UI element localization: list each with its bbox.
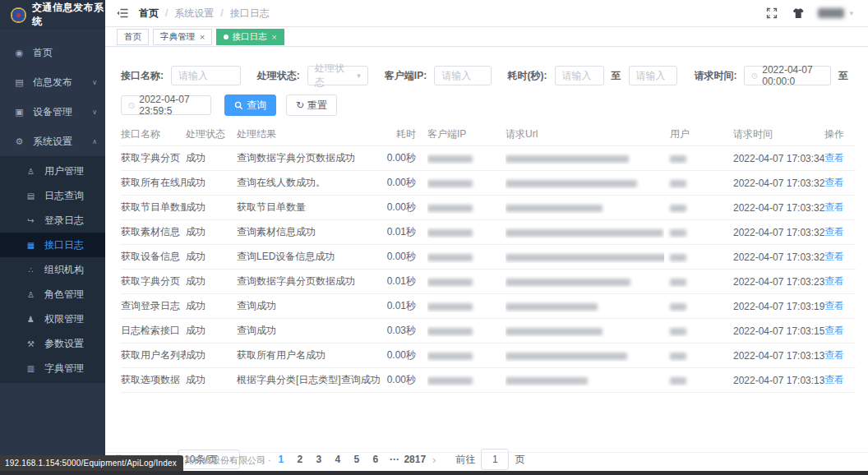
sidebar-subitem-0[interactable]: ♙用户管理 [0,159,105,183]
client-ip-input-field[interactable] [441,70,483,81]
view-link[interactable]: 查看 [824,177,844,188]
actions-cell: 查看 [824,274,856,288]
close-tab-icon[interactable]: × [200,32,205,42]
cell: 成功 [186,348,237,362]
client-ip-input[interactable] [434,66,491,85]
redacted-block [506,205,603,212]
request-time-to-input[interactable]: 2022-04-07 23:59:5 [121,95,211,115]
theme-icon[interactable] [792,8,804,19]
view-link[interactable]: 查看 [824,201,844,213]
request-time-from-input[interactable]: 2022-04-07 00:00:0 [744,66,831,85]
client-ip-redacted [427,227,506,238]
sidebar-item-label: 系统设置 [33,135,72,149]
view-link[interactable]: 查看 [824,374,844,385]
breadcrumb: 首页/系统设置/接口日志 [139,7,270,21]
cell: 0.01秒 [385,225,427,239]
close-tab-icon[interactable]: × [271,32,276,42]
request-url-redacted [506,276,664,288]
redacted-block [427,303,473,311]
sidebar-item-1[interactable]: ▤信息发布∨ [0,67,105,97]
view-link[interactable]: 查看 [824,152,844,164]
sidebar-subitem-4[interactable]: ∴组织机构 [0,257,105,282]
view-link[interactable]: 查看 [824,251,844,262]
cell: 2022-04-07 17:03:23 [733,276,824,288]
breadcrumb-item-0[interactable]: 首页 [139,7,159,21]
page-button-1[interactable]: 1 [271,454,290,465]
status-label: 处理状态: [257,69,300,83]
redacted-block [506,377,588,385]
goto-label: 前往 [455,453,475,467]
cell: 查询在线人数成功。 [237,176,385,190]
tab-label: 字典管理 [160,31,195,43]
api-log-icon: ▦ [25,241,36,250]
cell: 获取字典分页 [121,274,186,288]
sidebar-subitem-8[interactable]: ▥字典管理 [0,356,105,380]
user-menu[interactable]: ▾ [818,8,853,18]
page-button-2[interactable]: 2 [290,454,309,465]
api-name-input[interactable] [171,66,241,85]
sidebar-subitem-5[interactable]: ♙角色管理 [0,282,105,307]
request-url-redacted [506,202,664,214]
sidebar-item-3[interactable]: ⚙系统设置∧ [0,127,105,156]
breadcrumb-separator: / [220,7,223,19]
dictionary-icon: ▥ [25,364,36,373]
duration-from-input[interactable] [555,66,604,85]
client-ip-redacted [427,375,506,386]
api-name-input-field[interactable] [178,70,233,81]
redacted-block [670,205,686,212]
redacted-block [670,155,686,163]
page-button-2817[interactable]: 2817 [404,454,426,465]
sidebar-item-0[interactable]: ◉首页 [0,38,105,67]
table-body: 获取字典分页成功查询数据字典分页数据成功0.00秒2022-04-07 17:0… [121,146,856,393]
duration-from-field[interactable] [562,70,597,81]
duration-to-field[interactable] [636,70,671,81]
sidebar-item-label: 信息发布 [33,76,72,90]
footer-divider [105,452,868,453]
sidebar-subitem-2[interactable]: ↪登录日志 [0,208,105,233]
chevron-down-icon: ▾ [357,71,361,80]
duration-to-input[interactable] [629,66,678,85]
status-select[interactable]: 处理状态 ▾ [307,66,368,85]
actions-cell: 查看 [824,373,856,387]
sidebar-subitem-3[interactable]: ▦接口日志 [0,233,105,257]
tab-label: 首页 [124,31,141,43]
collapse-sidebar-icon[interactable] [117,7,128,19]
sidebar-subitem-7[interactable]: ⚒参数设置 [0,331,105,356]
actions-cell: 查看 [824,299,856,313]
app-logo-icon [11,7,26,23]
view-link[interactable]: 查看 [824,226,844,238]
tab-1[interactable]: 字典管理× [153,29,212,45]
user-redacted [664,375,733,386]
table-row: 日志检索接口成功查询成功0.03秒2022-04-07 17:03:15查看 [121,319,856,344]
column-header-4: 客户端IP [427,127,506,141]
view-link[interactable]: 查看 [824,349,844,361]
cell: 2022-04-07 17:03:32 [733,178,824,189]
redacted-block [506,180,637,187]
fullscreen-icon[interactable] [766,7,778,19]
view-link[interactable]: 查看 [824,275,844,287]
actions-cell: 查看 [824,225,856,239]
view-link[interactable]: 查看 [824,325,844,336]
permission-icon: ♟ [25,315,36,324]
actions-cell: 查看 [824,151,856,165]
page-button-6[interactable]: 6 [366,454,385,465]
page-button-4[interactable]: 4 [328,454,347,465]
table-row: 获取用户名列表成功获取所有用户名成功0.00秒2022-04-07 17:03:… [121,344,856,368]
cell: 查询素材信息成功 [237,225,385,239]
window-bottom-edge [0,471,868,475]
sidebar-item-2[interactable]: ▣设备管理∨ [0,97,105,127]
redacted-block [670,229,686,237]
next-page-button[interactable]: › [432,454,436,466]
page-button-3[interactable]: 3 [309,454,328,465]
cell: 查询数据字典分页数据成功 [237,274,385,288]
sidebar-subitem-1[interactable]: ▤日志查询 [0,183,105,208]
page-button-5[interactable]: 5 [347,454,366,465]
cell: 0.01秒 [385,299,427,313]
tab-0[interactable]: 首页 [117,29,149,45]
table-row: 获取选项数据成功根据字典分类[日志类型]查询成功0.00秒2022-04-07 … [121,368,856,393]
sidebar-subitem-6[interactable]: ♟权限管理 [0,307,105,331]
view-link[interactable]: 查看 [824,300,844,311]
search-button[interactable]: 查询 [224,95,276,116]
tab-2[interactable]: 接口日志× [216,29,284,45]
reset-button[interactable]: ↻ 重置 [286,95,337,116]
